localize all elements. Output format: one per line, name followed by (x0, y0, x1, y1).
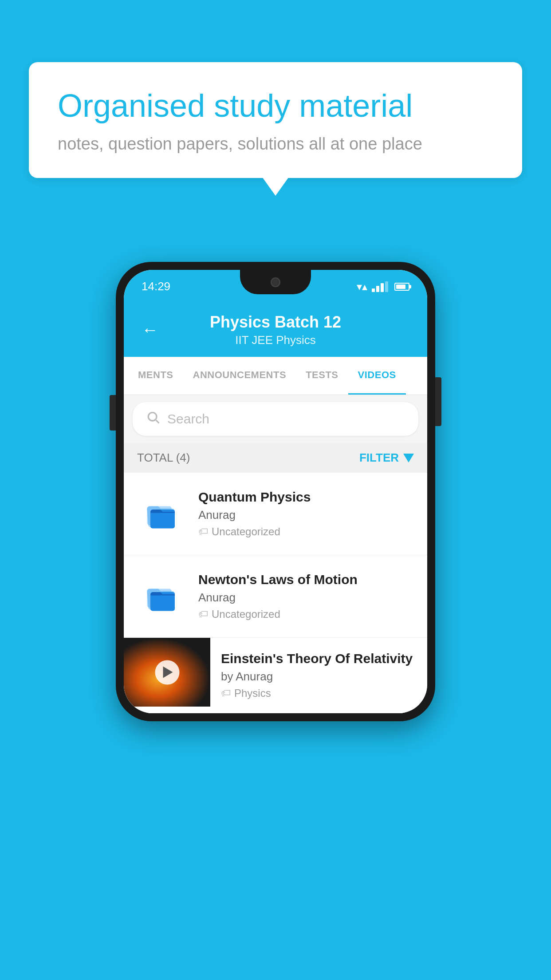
video-author: by Anurag (221, 670, 417, 684)
video-item-info: Einstein's Theory Of Relativity by Anura… (210, 638, 427, 713)
play-button[interactable] (155, 660, 179, 684)
play-icon (163, 667, 173, 678)
search-container: Search (124, 395, 427, 443)
filter-bar: TOTAL (4) FILTER (124, 443, 427, 473)
status-bar: 14:29 ▾▴ (124, 270, 427, 303)
filter-icon (403, 454, 414, 462)
video-tag: 🏷 Physics (221, 687, 417, 699)
filter-label: FILTER (359, 451, 399, 465)
tab-videos[interactable]: VIDEOS (348, 357, 406, 395)
video-item-info: Quantum Physics Anurag 🏷 Uncategorized (198, 490, 414, 538)
video-title: Quantum Physics (198, 490, 414, 505)
phone-mockup: 14:29 ▾▴ (116, 262, 435, 721)
wifi-icon: ▾▴ (357, 281, 367, 293)
status-icons: ▾▴ (357, 281, 409, 293)
header-subtitle: IIT JEE Physics (172, 333, 379, 347)
tag-icon: 🏷 (198, 609, 208, 620)
total-count: TOTAL (4) (137, 451, 190, 465)
phone-outer-shell: 14:29 ▾▴ (116, 262, 435, 721)
tab-tests[interactable]: TESTS (296, 357, 348, 395)
speech-bubble-title: Organised study material (58, 87, 493, 125)
tab-ments[interactable]: MENTS (128, 357, 183, 395)
list-item[interactable]: Newton's Laws of Motion Anurag 🏷 Uncateg… (124, 555, 427, 638)
tag-label: Physics (234, 687, 271, 699)
phone-screen: 14:29 ▾▴ (124, 270, 427, 713)
speech-bubble-section: Organised study material notes, question… (29, 62, 522, 178)
camera-dot (271, 277, 280, 287)
video-author: Anurag (198, 591, 414, 605)
video-list: Quantum Physics Anurag 🏷 Uncategorized (124, 473, 427, 713)
back-button[interactable]: ← (142, 320, 158, 340)
svg-point-0 (148, 412, 157, 421)
search-bar[interactable]: Search (133, 402, 418, 436)
list-item[interactable]: Quantum Physics Anurag 🏷 Uncategorized (124, 473, 427, 555)
search-icon (146, 410, 160, 428)
video-thumbnail (124, 638, 210, 707)
tag-label: Uncategorized (212, 526, 280, 538)
tabs-bar: MENTS ANNOUNCEMENTS TESTS VIDEOS (124, 357, 427, 395)
list-item[interactable]: Einstein's Theory Of Relativity by Anura… (124, 638, 427, 713)
status-time: 14:29 (142, 280, 170, 293)
video-folder-icon (137, 494, 186, 534)
video-item-info: Newton's Laws of Motion Anurag 🏷 Uncateg… (198, 572, 414, 620)
speech-bubble-card: Organised study material notes, question… (29, 62, 522, 178)
video-author: Anurag (198, 508, 414, 522)
tag-icon: 🏷 (221, 688, 231, 699)
app-header: ← Physics Batch 12 IIT JEE Physics (124, 303, 427, 357)
battery-icon (394, 283, 409, 291)
video-title: Einstein's Theory Of Relativity (221, 651, 417, 666)
tab-announcements[interactable]: ANNOUNCEMENTS (183, 357, 296, 395)
header-text-group: Physics Batch 12 IIT JEE Physics (172, 313, 379, 347)
video-title: Newton's Laws of Motion (198, 572, 414, 587)
speech-bubble-subtitle: notes, question papers, solutions all at… (58, 134, 493, 154)
search-placeholder: Search (167, 411, 209, 427)
svg-line-1 (156, 420, 159, 423)
notch (240, 270, 311, 294)
header-title: Physics Batch 12 (172, 313, 379, 332)
video-folder-icon (137, 577, 186, 616)
video-tag: 🏷 Uncategorized (198, 526, 414, 538)
signal-bars-icon (372, 281, 388, 292)
video-tag: 🏷 Uncategorized (198, 608, 414, 620)
tag-icon: 🏷 (198, 526, 208, 537)
filter-button[interactable]: FILTER (359, 451, 414, 465)
tag-label: Uncategorized (212, 608, 280, 620)
